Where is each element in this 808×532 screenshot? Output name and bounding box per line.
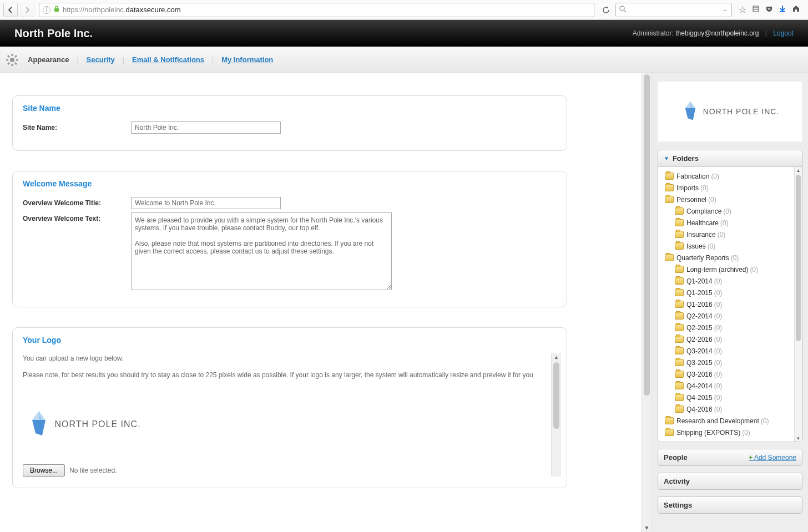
- folder-item[interactable]: Q2-2015 (0): [661, 322, 794, 333]
- folder-name: Q3-2016: [686, 371, 713, 378]
- scroll-down-icon[interactable]: ▼: [642, 523, 652, 532]
- back-button[interactable]: [3, 3, 18, 17]
- folder-item[interactable]: Long-term (archived) (0): [661, 264, 794, 275]
- folder-item[interactable]: Healthcare (0): [661, 217, 794, 229]
- iceberg-icon: [27, 409, 51, 440]
- logo-note-text: Please note, for best results you should…: [23, 370, 546, 380]
- folder-name: Personnel: [676, 196, 706, 204]
- folder-item[interactable]: Q4-2016 (0): [661, 403, 794, 415]
- folder-name: Q4-2015: [686, 394, 713, 402]
- browser-chrome: i https://northpoleinc.dataxsecure.com →…: [0, 0, 808, 20]
- folder-icon: [675, 289, 684, 296]
- app-header: North Pole Inc. Administrator: thebigguy…: [0, 20, 808, 47]
- folder-icon: [665, 417, 674, 424]
- settings-header[interactable]: Settings: [658, 497, 802, 513]
- folder-count: (0): [714, 406, 723, 413]
- info-icon[interactable]: i: [43, 6, 50, 14]
- logo-intro-text: You can upload a new logo below.: [23, 353, 546, 363]
- folder-item[interactable]: Q2-2014 (0): [661, 310, 794, 322]
- add-someone-link[interactable]: + Add Someone: [749, 454, 796, 462]
- header-separator: |: [765, 29, 767, 37]
- logout-link[interactable]: Logout: [773, 29, 794, 37]
- library-icon[interactable]: [752, 5, 760, 15]
- activity-header[interactable]: Activity: [658, 473, 802, 489]
- tab-email-notifications[interactable]: Email & Notifications: [130, 55, 206, 64]
- scroll-down-icon[interactable]: ▼: [795, 435, 802, 442]
- folder-count: (0): [761, 417, 769, 425]
- svg-marker-17: [32, 420, 46, 435]
- scroll-thumb[interactable]: [644, 74, 650, 396]
- welcome-title-input[interactable]: [131, 197, 281, 209]
- search-go-icon[interactable]: →: [721, 6, 728, 14]
- panel-welcome-message: Welcome Message Overview Welcome Title: …: [12, 171, 567, 307]
- scroll-up-icon[interactable]: ▲: [795, 167, 802, 174]
- scroll-thumb[interactable]: [796, 175, 801, 341]
- folder-item[interactable]: Quarterly Reports (0): [661, 252, 794, 264]
- logo-panel-scrollbar[interactable]: ▲: [551, 353, 561, 477]
- browser-search-bar[interactable]: →: [615, 3, 732, 17]
- folder-item[interactable]: Imports (0): [661, 182, 794, 194]
- folder-name: Q2-2015: [686, 324, 713, 332]
- folders-title: Folders: [673, 154, 699, 163]
- folder-item[interactable]: Q3-2014 (0): [661, 345, 794, 357]
- folder-item[interactable]: Research and Development (0): [661, 415, 794, 427]
- folder-item[interactable]: Shipping (EXPORTS) (0): [661, 427, 794, 438]
- folder-count: (0): [723, 207, 731, 215]
- reload-button[interactable]: [599, 3, 613, 17]
- download-icon[interactable]: [779, 5, 786, 15]
- main-column: Site Name Site Name: Welcome Message Ove…: [0, 73, 652, 532]
- scroll-thumb[interactable]: [553, 362, 559, 429]
- folder-icon: [675, 312, 684, 320]
- panel-your-logo: Your Logo You can upload a new logo belo…: [12, 327, 567, 488]
- folder-icon: [675, 231, 684, 238]
- folder-icon: [675, 336, 684, 343]
- svg-line-12: [8, 55, 9, 57]
- folder-item[interactable]: Q3-2015 (0): [661, 357, 794, 368]
- tab-security[interactable]: Security: [84, 55, 117, 64]
- folder-count: (0): [714, 277, 723, 285]
- folder-item[interactable]: Q1-2016 (0): [661, 298, 794, 310]
- browser-toolbar-icons: ☆: [734, 4, 805, 15]
- forward-button[interactable]: [20, 3, 34, 17]
- svg-line-15: [8, 63, 9, 64]
- folder-item[interactable]: Personnel (0): [661, 194, 794, 205]
- sidebar-panel-settings: Settings: [658, 496, 802, 514]
- panel-site-name: Site Name Site Name:: [12, 95, 567, 151]
- folder-item[interactable]: Insurance (0): [661, 229, 794, 240]
- browse-button[interactable]: Browse...: [23, 464, 65, 477]
- folder-item[interactable]: Q2-2016 (0): [661, 333, 794, 345]
- svg-line-13: [15, 63, 17, 64]
- url-bar[interactable]: i https://northpoleinc.dataxsecure.com: [39, 3, 594, 17]
- scroll-up-icon[interactable]: ▲: [552, 353, 561, 361]
- folders-scrollbar[interactable]: ▲ ▼: [794, 167, 802, 442]
- folders-header[interactable]: ▼ Folders: [658, 150, 802, 167]
- settings-title: Settings: [664, 501, 692, 509]
- site-title: North Pole Inc.: [14, 27, 93, 40]
- svg-rect-0: [54, 8, 59, 12]
- main-scrollbar[interactable]: ▲ ▼: [642, 73, 652, 532]
- bookmark-icon[interactable]: ☆: [739, 4, 746, 15]
- pocket-icon[interactable]: [765, 5, 773, 15]
- folder-item[interactable]: Q1-2014 (0): [661, 275, 794, 287]
- search-icon: [619, 6, 627, 14]
- folder-item[interactable]: Fabrication (0): [661, 170, 794, 182]
- folder-count: (0): [714, 312, 723, 320]
- folder-item[interactable]: Q3-2016 (0): [661, 368, 794, 380]
- home-icon[interactable]: [792, 4, 800, 15]
- people-header[interactable]: People + Add Someone: [658, 449, 802, 465]
- folder-item[interactable]: Q1-2015 (0): [661, 287, 794, 298]
- panel-welcome-title: Welcome Message: [23, 179, 557, 188]
- folder-item[interactable]: Q4-2015 (0): [661, 392, 794, 403]
- folder-name: Imports: [676, 184, 699, 192]
- site-name-label: Site Name:: [23, 121, 131, 131]
- folder-name: Q3-2015: [686, 359, 713, 367]
- welcome-text-textarea[interactable]: [131, 212, 392, 290]
- folder-item[interactable]: Q4-2014 (0): [661, 380, 794, 392]
- tab-appearance[interactable]: Appearance: [26, 55, 71, 64]
- panel-logo-title: Your Logo: [23, 336, 561, 344]
- activity-title: Activity: [664, 477, 690, 485]
- folder-item[interactable]: Compliance (0): [661, 205, 794, 217]
- folder-item[interactable]: Issues (0): [661, 240, 794, 252]
- site-name-input[interactable]: [131, 121, 281, 134]
- tab-my-information[interactable]: My Information: [219, 55, 275, 64]
